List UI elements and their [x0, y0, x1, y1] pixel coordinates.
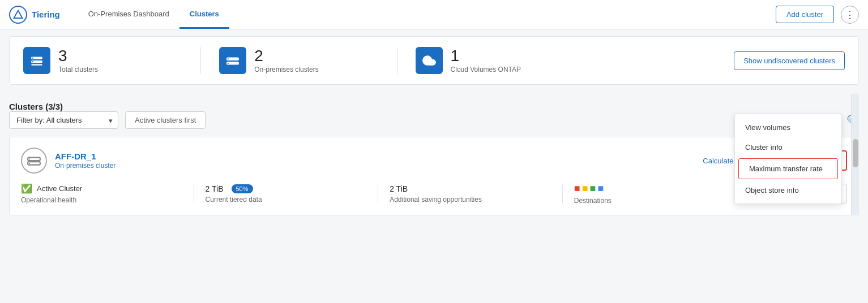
- svg-point-8: [228, 58, 229, 59]
- dropdown-max-transfer-rate[interactable]: Maximum transfer rate: [738, 158, 838, 179]
- svg-point-13: [29, 163, 30, 164]
- filter-row: Filter by: All clusters Filter by: Activ…: [9, 111, 859, 129]
- metric-health: ✅ Active Cluster Operational health: [21, 183, 194, 204]
- dropdown-menu: View volumes Cluster info Maximum transf…: [734, 114, 842, 204]
- tiered-data-value: 2 TiB: [206, 184, 224, 193]
- svg-point-5: [32, 61, 33, 62]
- svg-point-9: [228, 63, 229, 64]
- metric-destinations: ■ ■ ■ ■ Destinations: [574, 183, 747, 205]
- svg-point-12: [29, 158, 30, 159]
- svg-rect-3: [31, 64, 42, 66]
- svg-point-4: [32, 58, 33, 59]
- stats-bar: 3 Total clusters 2 On-premises clusters …: [9, 36, 859, 85]
- svg-marker-0: [14, 10, 23, 18]
- tiered-data-badge: 50%: [232, 184, 253, 193]
- onprem-clusters-icon: [219, 47, 246, 74]
- cloud-number: 1: [451, 47, 521, 65]
- dropdown-view-volumes[interactable]: View volumes: [735, 118, 841, 137]
- add-cluster-button[interactable]: Add cluster: [776, 6, 834, 23]
- metric-tiered-data: 2 TiB 50% Current tiered data: [206, 184, 379, 204]
- cluster-card-metrics: ✅ Active Cluster Operational health 2 Ti…: [21, 183, 847, 205]
- nav-on-premises-dashboard[interactable]: On-Premises Dashboard: [78, 1, 179, 29]
- filter-select[interactable]: Filter by: All clusters Filter by: Activ…: [9, 111, 118, 129]
- health-status: Active Cluster: [37, 184, 82, 193]
- nav-clusters[interactable]: Clusters: [179, 1, 229, 29]
- cluster-name: AFF-DR_1: [55, 152, 116, 162]
- active-clusters-first-button[interactable]: Active clusters first: [125, 111, 206, 129]
- stat-cloud-volumes: 1 Cloud Volumes ONTAP: [416, 47, 575, 74]
- more-options-button[interactable]: ⋮: [841, 6, 859, 24]
- dest-icon-red: ■: [574, 183, 580, 194]
- show-undiscovered-button[interactable]: Show undiscovered clusters: [734, 51, 845, 70]
- cluster-avatar: [21, 148, 47, 174]
- onprem-number: 2: [254, 47, 318, 65]
- tiered-data-label: Current tiered data: [206, 196, 367, 204]
- onprem-label: On-premises clusters: [254, 66, 318, 73]
- logo-text: Tiering: [32, 10, 60, 19]
- dest-icon-blue: ■: [597, 183, 604, 194]
- scrollbar-thumb[interactable]: [853, 139, 858, 167]
- topnav-right: Add cluster ⋮: [776, 6, 859, 24]
- health-label: Operational health: [21, 196, 182, 204]
- metric-saving-opp: 2 TiB Additional saving opportunities: [390, 184, 563, 204]
- cloud-volumes-icon: [416, 47, 443, 74]
- saving-opp-label: Additional saving opportunities: [390, 196, 551, 204]
- saving-opp-value: 2 TiB: [390, 184, 408, 193]
- total-clusters-label: Total clusters: [58, 66, 98, 73]
- cluster-area: Clusters (3/3) Filter by: All clusters F…: [9, 94, 859, 215]
- cluster-card-header: AFF-DR_1 On-premises cluster Calculate p…: [21, 148, 847, 174]
- total-clusters-number: 3: [58, 47, 98, 65]
- dropdown-object-store-info[interactable]: Object store info: [735, 180, 841, 200]
- logo-icon: [9, 6, 27, 24]
- dest-icon-yellow: ■: [582, 183, 588, 194]
- total-clusters-icon: [23, 47, 50, 74]
- cluster-list-heading: Clusters (3/3): [9, 102, 63, 111]
- stat-onprem-clusters: 2 On-premises clusters: [219, 47, 397, 74]
- dest-icon-green: ■: [590, 183, 596, 194]
- cluster-info: AFF-DR_1 On-premises cluster: [55, 152, 116, 170]
- active-check-icon: ✅: [21, 183, 32, 194]
- topnav: Tiering On-Premises Dashboard Clusters A…: [0, 0, 868, 29]
- nav-links: On-Premises Dashboard Clusters: [78, 1, 776, 29]
- dropdown-cluster-info[interactable]: Cluster info: [735, 137, 841, 157]
- cluster-type: On-premises cluster: [55, 162, 116, 170]
- destinations-label: Destinations: [574, 197, 736, 205]
- scrollbar[interactable]: [851, 94, 859, 215]
- cloud-label: Cloud Volumes ONTAP: [451, 66, 521, 73]
- filter-select-wrapper: Filter by: All clusters Filter by: Activ…: [9, 111, 118, 129]
- cluster-card: AFF-DR_1 On-premises cluster Calculate p…: [9, 137, 859, 215]
- stat-total-clusters: 3 Total clusters: [23, 47, 201, 74]
- app-logo: Tiering: [9, 6, 60, 24]
